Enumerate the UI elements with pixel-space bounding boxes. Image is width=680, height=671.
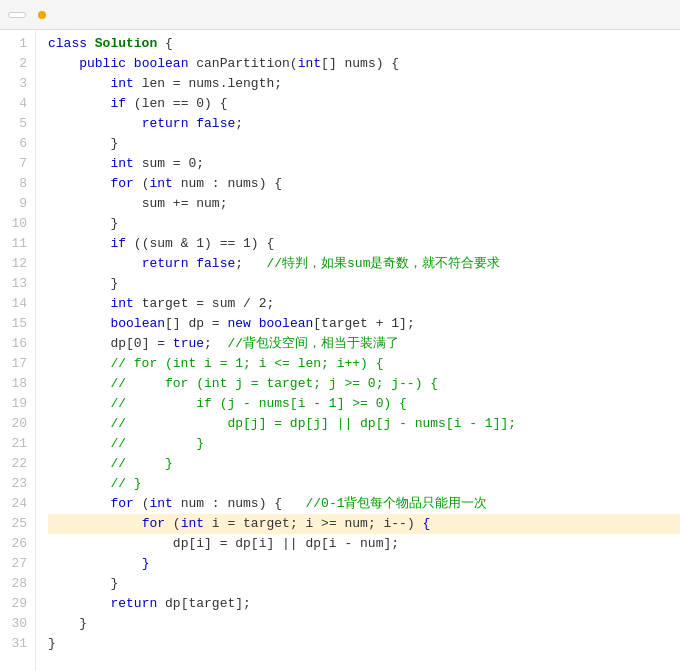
- code-line: // }: [48, 434, 680, 454]
- code-line: }: [48, 614, 680, 634]
- smart-mode-dot: [38, 11, 46, 19]
- code-line: public boolean canPartition(int[] nums) …: [48, 54, 680, 74]
- token-plain: [48, 256, 142, 271]
- token-kw: if: [110, 236, 133, 251]
- token-plain: len = nums.length;: [134, 76, 282, 91]
- line-numbers: 1234567891011121314151617181920212223242…: [0, 30, 36, 671]
- line-number: 26: [0, 534, 35, 554]
- code-line: // if (j - nums[i - 1] >= 0) {: [48, 394, 680, 414]
- token-kw-type: int: [110, 76, 133, 91]
- code-line: int sum = 0;: [48, 154, 680, 174]
- code-line: boolean[] dp = new boolean[target + 1];: [48, 314, 680, 334]
- line-number: 16: [0, 334, 35, 354]
- token-cm: // for (int i = 1; i <= len; i++) {: [48, 356, 383, 371]
- token-cm: // for (int j = target; j >= 0; j--) {: [48, 376, 438, 391]
- token-kw: return: [110, 596, 165, 611]
- code-line: }: [48, 574, 680, 594]
- code-line: for (int num : nums) { //0-1背包每个物品只能用一次: [48, 494, 680, 514]
- token-plain: [48, 196, 142, 211]
- line-number: 13: [0, 274, 35, 294]
- token-plain: }: [48, 636, 56, 651]
- token-kw: true: [173, 336, 204, 351]
- token-plain: (len == 0) {: [134, 96, 228, 111]
- code-line: dp[0] = true; //背包没空间，相当于装满了: [48, 334, 680, 354]
- token-cm: //0-1背包每个物品只能用一次: [305, 496, 487, 511]
- code-line: }: [48, 634, 680, 654]
- token-plain: [48, 516, 142, 531]
- token-plain: [48, 156, 110, 171]
- code-line: // for (int j = target; j >= 0; j--) {: [48, 374, 680, 394]
- token-plain: [48, 176, 110, 191]
- token-plain: [48, 596, 110, 611]
- token-kw: if: [110, 96, 133, 111]
- code-line: // for (int i = 1; i <= len; i++) {: [48, 354, 680, 374]
- token-plain: [48, 236, 110, 251]
- token-kw: class: [48, 36, 95, 51]
- line-number: 22: [0, 454, 35, 474]
- code-line: }: [48, 274, 680, 294]
- token-plain: [48, 316, 110, 331]
- code-line: dp[i] = dp[i] || dp[i - num];: [48, 534, 680, 554]
- token-plain: [48, 496, 110, 511]
- token-kw: return: [142, 256, 197, 271]
- code-line: return dp[target];: [48, 594, 680, 614]
- editor: 1234567891011121314151617181920212223242…: [0, 30, 680, 671]
- line-number: 21: [0, 434, 35, 454]
- line-number: 8: [0, 174, 35, 194]
- token-plain: }: [48, 576, 118, 591]
- line-number: 15: [0, 314, 35, 334]
- language-selector[interactable]: [8, 12, 26, 18]
- line-number: 17: [0, 354, 35, 374]
- token-plain: i = target; i >= num; i--): [204, 516, 422, 531]
- token-kw: public: [79, 56, 134, 71]
- token-kw-type: int: [110, 156, 133, 171]
- code-area[interactable]: class Solution { public boolean canParti…: [36, 30, 680, 671]
- token-plain: [48, 96, 110, 111]
- token-kw-type: int: [181, 516, 204, 531]
- line-number: 12: [0, 254, 35, 274]
- code-line: // }: [48, 474, 680, 494]
- line-number: 25: [0, 514, 35, 534]
- token-plain: [48, 76, 110, 91]
- token-bracket-hl: }: [142, 556, 150, 571]
- code-line: for (int num : nums) {: [48, 174, 680, 194]
- line-number: 19: [0, 394, 35, 414]
- token-kw: false: [196, 256, 235, 271]
- line-number: 10: [0, 214, 35, 234]
- token-kw: new: [227, 316, 258, 331]
- token-kw: for: [110, 176, 141, 191]
- code-line: sum += num;: [48, 194, 680, 214]
- code-line: if (len == 0) {: [48, 94, 680, 114]
- token-plain: [48, 336, 110, 351]
- token-plain: ;: [235, 116, 243, 131]
- token-plain: canPartition(: [196, 56, 297, 71]
- line-number: 20: [0, 414, 35, 434]
- token-kw-type: int: [149, 176, 172, 191]
- token-plain: [target + 1];: [313, 316, 414, 331]
- token-cm: //背包没空间，相当于装满了: [227, 336, 399, 351]
- token-cm: // }: [48, 476, 142, 491]
- line-number: 5: [0, 114, 35, 134]
- line-number: 31: [0, 634, 35, 654]
- token-plain: dp[i] = dp[i] || dp[i - num];: [173, 536, 399, 551]
- line-number: 18: [0, 374, 35, 394]
- line-number: 11: [0, 234, 35, 254]
- token-cm: // dp[j] = dp[j] || dp[j - nums[i - 1]];: [48, 416, 516, 431]
- token-plain: [48, 296, 110, 311]
- token-plain: [] dp =: [165, 316, 227, 331]
- token-plain: [] nums) {: [321, 56, 399, 71]
- line-number: 30: [0, 614, 35, 634]
- token-plain: dp[0] =: [110, 336, 172, 351]
- token-bracket-hl: {: [423, 516, 431, 531]
- line-number: 23: [0, 474, 35, 494]
- token-kw: for: [142, 516, 173, 531]
- code-line: return false; //特判，如果sum是奇数，就不符合要求: [48, 254, 680, 274]
- line-number: 6: [0, 134, 35, 154]
- token-plain: (: [173, 516, 181, 531]
- token-plain: sum = 0;: [134, 156, 204, 171]
- code-line: }: [48, 214, 680, 234]
- line-number: 29: [0, 594, 35, 614]
- code-line: }: [48, 134, 680, 154]
- token-kw: boolean: [134, 56, 196, 71]
- token-plain: ;: [204, 336, 227, 351]
